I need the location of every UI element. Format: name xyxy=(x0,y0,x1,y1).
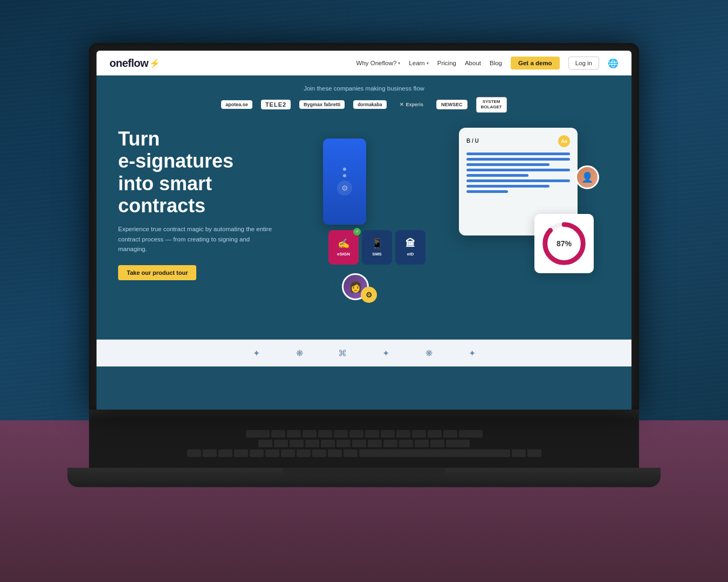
logo[interactable]: oneflow⚡ xyxy=(109,57,160,70)
hero-title: Turn e-signatures into smart contracts xyxy=(118,128,301,217)
key xyxy=(297,449,311,457)
hero-illustration: · · · · · · ⚙ B / U xyxy=(312,122,610,316)
laptop-screen-bezel: oneflow⚡ Why Oneflow? ▾ Learn ▾ Pricing xyxy=(89,43,639,410)
bottom-icon-1: ✦ xyxy=(251,348,262,359)
key xyxy=(274,440,288,447)
feature-icon-6: ✦ xyxy=(466,348,477,359)
nav-pricing[interactable]: Pricing xyxy=(437,60,456,66)
key xyxy=(258,440,272,447)
key xyxy=(234,449,248,457)
key xyxy=(287,430,301,438)
dots-decoration-2: · · · xyxy=(318,279,334,284)
nav-why-oneflow[interactable]: Why Oneflow? ▾ xyxy=(356,60,401,66)
doc-line xyxy=(466,153,570,155)
key xyxy=(218,449,232,457)
key xyxy=(318,430,332,438)
hero-section: Join these companies making business flo… xyxy=(97,75,631,340)
key xyxy=(512,449,526,457)
logo-bygmax: Bygmax fabretti xyxy=(299,100,345,109)
pie-percent-label: 87% xyxy=(557,239,572,248)
key-row-2 xyxy=(105,440,623,447)
nav-about[interactable]: About xyxy=(465,60,481,66)
sms-card: 📱 SMS xyxy=(362,230,392,265)
key xyxy=(396,430,410,438)
hero-content: Turn e-signatures into smart contracts E… xyxy=(118,122,610,316)
hero-subtitle: Experience true contract magic by automa… xyxy=(118,224,280,254)
key xyxy=(305,440,319,447)
laptop-outer: oneflow⚡ Why Oneflow? ▾ Learn ▾ Pricing xyxy=(67,43,661,539)
feature-icon-4: ✦ xyxy=(380,348,391,359)
key xyxy=(349,430,363,438)
key xyxy=(527,449,541,457)
doc-line xyxy=(466,179,570,182)
bottom-icon-3: ⌘ xyxy=(337,348,348,359)
doc-line xyxy=(466,185,550,188)
nav-learn[interactable]: Learn ▾ xyxy=(409,60,428,66)
chevron-down-icon: ▾ xyxy=(398,61,400,66)
key xyxy=(344,449,358,457)
navbar: oneflow⚡ Why Oneflow? ▾ Learn ▾ Pricing xyxy=(97,51,631,75)
logo-text: oneflow xyxy=(109,57,148,70)
key-row-1 xyxy=(105,430,623,438)
feature-icon-5: ❋ xyxy=(423,348,434,359)
logo-systembolaget: SYSTEMBOLAGET xyxy=(476,97,507,113)
product-tour-button[interactable]: Take our product tour xyxy=(118,265,196,280)
phone-card: ⚙ xyxy=(323,138,366,225)
experis-x-icon: ✕ xyxy=(400,102,404,107)
login-button[interactable]: Log in xyxy=(568,57,599,70)
key xyxy=(271,430,285,438)
key xyxy=(334,430,348,438)
esign-card-wrap: ✍ eSIGN ✓ xyxy=(328,230,359,265)
pie-wrapper: 87% xyxy=(542,222,586,265)
key xyxy=(312,449,326,457)
esign-card: ✍ eSIGN xyxy=(328,230,359,265)
key xyxy=(368,440,382,447)
phone-dot-2 xyxy=(343,174,346,177)
doc-lines xyxy=(466,153,570,193)
logo-dormakaba: dormakaba xyxy=(353,100,386,109)
gear-badge: ⚙ xyxy=(361,287,377,303)
key xyxy=(430,440,444,447)
doc-line xyxy=(466,174,528,177)
laptop-base xyxy=(67,468,661,487)
key xyxy=(250,449,264,457)
globe-icon[interactable]: 🌐 xyxy=(608,58,619,68)
esign-icon: ✍ xyxy=(338,238,349,250)
eid-icon: 🏛 xyxy=(406,238,415,250)
doc-line xyxy=(466,163,550,166)
logo-tele2: TELE2 xyxy=(261,100,291,109)
doc-toolbar: B / U Aa xyxy=(466,135,570,147)
pie-chart-card: 87% xyxy=(534,214,594,273)
hero-left: Turn e-signatures into smart contracts E… xyxy=(118,122,301,280)
key xyxy=(365,430,379,438)
get-demo-button[interactable]: Get a demo xyxy=(511,57,560,70)
logo-experis: ✕ Experis xyxy=(395,100,428,109)
check-icon: ✓ xyxy=(353,228,361,235)
nav-blog[interactable]: Blog xyxy=(490,60,502,66)
eid-card: 🏛 eID xyxy=(395,230,425,265)
logo-lightning-icon: ⚡ xyxy=(149,58,160,68)
companies-bar: Join these companies making business flo… xyxy=(118,85,610,113)
key xyxy=(352,440,366,447)
feature-icon-2: ❋ xyxy=(294,348,305,359)
key xyxy=(428,430,442,438)
key xyxy=(265,449,279,457)
key xyxy=(290,440,304,447)
logo-newsec: NEWSEC xyxy=(436,100,468,109)
trackpad[interactable] xyxy=(283,468,445,477)
doc-line xyxy=(466,158,570,161)
bottom-icon-2: ❋ xyxy=(294,348,305,359)
keyboard-area xyxy=(89,419,639,468)
key xyxy=(187,449,201,457)
key xyxy=(412,430,426,438)
logo-apotea: apotea.se xyxy=(221,100,252,109)
key-row-3 xyxy=(105,449,623,457)
feature-icon-3: ⌘ xyxy=(337,348,348,359)
user-avatar: 👤 xyxy=(575,165,599,189)
key xyxy=(383,440,397,447)
key xyxy=(415,440,429,447)
sms-icon: 📱 xyxy=(371,238,383,250)
key xyxy=(321,440,335,447)
key xyxy=(303,430,317,438)
key xyxy=(459,430,483,438)
